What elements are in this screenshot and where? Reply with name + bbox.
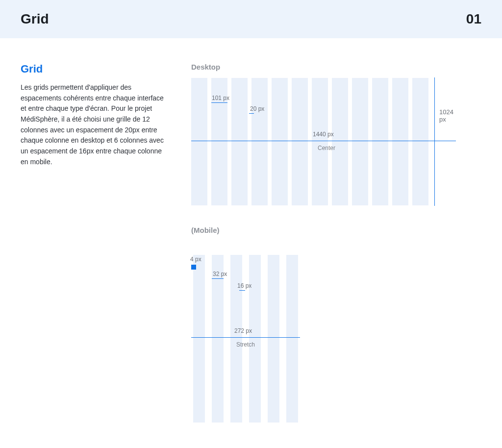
grid-column — [249, 255, 261, 423]
grid-column — [312, 78, 328, 205]
desktop-height-label: 1024 px — [439, 108, 456, 123]
mobile-column-width-mark — [212, 278, 224, 279]
page-body: Grid Les grids permettent d'appliquer de… — [0, 38, 502, 448]
desktop-grid-preview: 101 px 20 px 1440 px Center 1024 px — [191, 78, 456, 205]
desktop-width-line — [191, 141, 456, 141]
grid-column — [292, 78, 308, 205]
desktop-column-width-label: 101 px — [212, 95, 229, 101]
grid-column — [191, 78, 207, 205]
grid-column — [251, 78, 268, 205]
grid-column — [392, 78, 408, 205]
desktop-gap-mark — [249, 113, 254, 114]
page-title: Grid — [21, 11, 49, 27]
desktop-column-width-mark — [211, 102, 227, 103]
grid-column — [286, 255, 298, 423]
grid-column — [272, 78, 288, 205]
content: Desktop 101 px 20 px — [191, 63, 481, 423]
grid-column — [332, 78, 348, 205]
mobile-margin-chip — [191, 265, 196, 270]
sidebar: Grid Les grids permettent d'appliquer de… — [21, 63, 168, 168]
page-header: Grid 01 — [0, 0, 502, 38]
mobile-grid-preview: 4 px 32 px 16 px 272 px Stretch — [191, 255, 300, 423]
mobile-margin-label: 4 px — [190, 256, 201, 263]
mobile-gap-label: 16 px — [237, 282, 251, 289]
mobile-align-label: Stretch — [236, 341, 255, 348]
mobile-section-label: (Mobile) — [191, 226, 481, 234]
mobile-total-width-label: 272 px — [234, 327, 252, 334]
grid-column — [231, 78, 248, 205]
mobile-column-width-label: 32 px — [213, 271, 227, 277]
sidebar-description: Les grids permettent d'appliquer des esp… — [21, 82, 168, 168]
desktop-align-label: Center — [318, 145, 335, 151]
desktop-gap-label: 20 px — [250, 105, 264, 112]
grid-column — [352, 78, 368, 205]
grid-column — [193, 255, 205, 423]
grid-column — [268, 255, 279, 423]
mobile-width-line — [191, 337, 300, 338]
page-number: 01 — [466, 11, 481, 27]
sidebar-title: Grid — [21, 63, 168, 75]
grid-column — [212, 255, 224, 423]
desktop-height-line — [434, 77, 435, 206]
desktop-section-label: Desktop — [191, 63, 481, 71]
desktop-total-width-label: 1440 px — [313, 131, 334, 138]
grid-column — [372, 78, 388, 205]
desktop-columns — [191, 78, 456, 205]
mobile-columns — [191, 255, 300, 423]
mobile-gap-mark — [239, 290, 245, 291]
grid-column — [412, 78, 428, 205]
grid-column — [230, 255, 242, 423]
